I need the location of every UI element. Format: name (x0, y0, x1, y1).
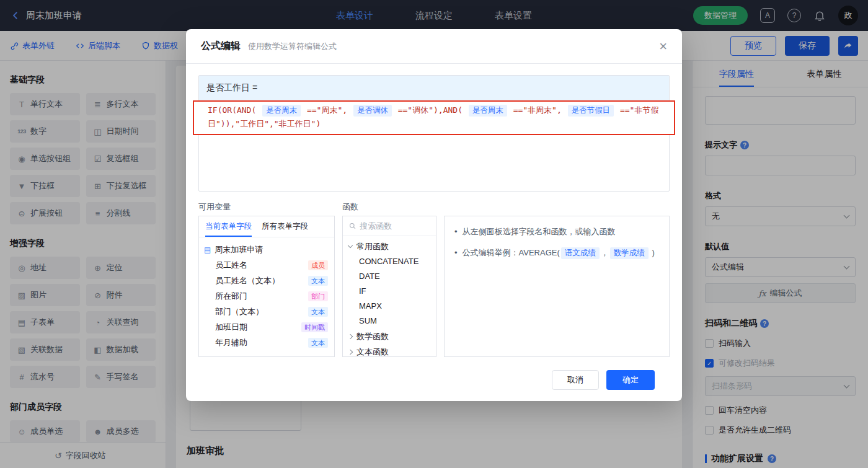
tip-text: 公式编辑举例：AVERAGE(语文成绩，数学成绩 ) (463, 246, 655, 259)
dialog-panels: 可用变量 当前表单字段 所有表单字段 ▤ 周末加班申请 员工姓名成员员工姓名（文… (198, 201, 670, 357)
example-field-pill: 语文成绩 (561, 247, 600, 259)
variable-field-row[interactable]: 员工姓名成员 (204, 257, 329, 273)
function-group[interactable]: 数学函数 (343, 329, 436, 344)
variable-field-row[interactable]: 员工姓名（文本）文本 (204, 273, 329, 288)
dialog-header: 公式编辑 使用数学运算符编辑公式 × (186, 29, 682, 64)
caret-right-icon (348, 333, 353, 338)
formula-content-area[interactable]: IF(OR(AND( 是否周末 =="周末", 是否调休 =="调休"),AND… (199, 100, 669, 191)
function-group-name: 常用函数 (356, 241, 389, 252)
caret-down-icon (348, 243, 353, 248)
variables-box: 当前表单字段 所有表单字段 ▤ 周末加班申请 员工姓名成员员工姓名（文本）文本所… (198, 216, 335, 357)
field-type-tag: 时间戳 (301, 322, 328, 332)
dialog-subtitle: 使用数学运算符编辑公式 (248, 41, 337, 52)
variable-field-row[interactable]: 年月辅助文本 (204, 335, 329, 350)
functions-box: 常用函数CONCATENATEDATEIFMAPXSUM数学函数文本函数 (342, 216, 436, 357)
formula-code: =="调休"),AND( (393, 105, 467, 115)
caret-right-icon (348, 349, 353, 354)
field-type-tag: 成员 (308, 260, 328, 270)
function-search-input[interactable] (360, 221, 430, 231)
field-type-tag: 文本 (308, 276, 328, 286)
function-group[interactable]: 文本函数 (343, 344, 436, 357)
functions-panel: 函数 常用函数CONCATENATEDATEIFMAPXSUM数学函数文本函数 (342, 201, 436, 357)
function-group[interactable]: 常用函数 (343, 239, 436, 254)
form-node[interactable]: ▤ 周末加班申请 (204, 242, 329, 257)
formula-field-pill[interactable]: 是否周末 (469, 105, 507, 117)
variable-field-name: 部门（文本） (215, 306, 264, 317)
variable-field-row[interactable]: 所在部门部门 (204, 288, 329, 304)
variable-field-name: 加班日期 (215, 322, 247, 333)
variables-list: ▤ 周末加班申请 员工姓名成员员工姓名（文本）文本所在部门部门部门（文本）文本加… (199, 237, 334, 355)
cancel-button[interactable]: 取消 (552, 370, 599, 390)
formula-expression[interactable]: IF(OR(AND( 是否周末 =="周末", 是否调休 =="调休"),AND… (193, 100, 675, 135)
example-field-pill: 数学成绩 (610, 247, 649, 259)
variable-field-row[interactable]: 加班日期时间戳 (204, 319, 329, 335)
form-node-name: 周末加班申请 (215, 244, 263, 255)
formula-field-pill[interactable]: 是否调休 (353, 105, 392, 117)
tab-all-form-fields[interactable]: 所有表单字段 (262, 216, 308, 237)
confirm-button[interactable]: 确定 (606, 370, 655, 390)
variable-field-name: 员工姓名 (215, 260, 247, 271)
field-type-tag: 文本 (308, 338, 328, 348)
tip-example-prefix: 公式编辑举例：AVERAGE( (463, 248, 560, 257)
function-search[interactable] (343, 216, 436, 236)
bullet-icon: • (454, 225, 458, 238)
tip-row: •公式编辑举例：AVERAGE(语文成绩，数学成绩 ) (454, 246, 659, 259)
form-doc-icon: ▤ (204, 245, 211, 254)
dialog-title: 公式编辑 (201, 40, 241, 53)
functions-label: 函数 (342, 201, 436, 211)
tab-current-form-fields[interactable]: 当前表单字段 (205, 216, 252, 237)
variables-label: 可用变量 (198, 201, 335, 211)
tips-label-spacer (444, 201, 670, 211)
tips-panel: •从左侧面板选择字段名和函数，或输入函数•公式编辑举例：AVERAGE(语文成绩… (444, 201, 670, 357)
function-item-sum[interactable]: SUM (343, 314, 436, 329)
search-icon (349, 222, 356, 230)
variable-field-name: 员工姓名（文本） (215, 275, 280, 286)
dialog-footer: 取消 确定 (198, 357, 670, 390)
field-type-tag: 部门 (308, 291, 328, 301)
formula-result-field: 是否工作日 = (199, 76, 669, 100)
app-window: 周末加班申请 表单设计 流程设定 表单设置 数据管理 A ? 政 表单外链 后端… (0, 0, 868, 468)
function-tree: 常用函数CONCATENATEDATEIFMAPXSUM数学函数文本函数 (343, 236, 436, 357)
tip-row: •从左侧面板选择字段名和函数，或输入函数 (454, 225, 659, 238)
field-type-tag: 文本 (308, 307, 328, 317)
variable-field-row[interactable]: 部门（文本）文本 (204, 304, 329, 319)
formula-editor-dialog: 公式编辑 使用数学运算符编辑公式 × 是否工作日 = IF(OR(AND( 是否… (186, 29, 682, 401)
tip-example-separator: ， (601, 248, 609, 257)
formula-code: IF(OR(AND( (208, 105, 261, 115)
formula-field-pill[interactable]: 是否节假日 (568, 105, 614, 117)
formula-code: =="非周末", (508, 105, 567, 115)
dialog-body: 是否工作日 = IF(OR(AND( 是否周末 =="周末", 是否调休 =="… (186, 64, 682, 390)
formula-editor: 是否工作日 = IF(OR(AND( 是否周末 =="周末", 是否调休 =="… (198, 75, 670, 192)
variables-panel: 可用变量 当前表单字段 所有表单字段 ▤ 周末加班申请 员工姓名成员员工姓名（文… (198, 201, 335, 357)
formula-field-pill[interactable]: 是否周末 (262, 105, 301, 117)
formula-code: =="周末", (302, 105, 352, 115)
function-item-mapx[interactable]: MAPX (343, 299, 436, 314)
variable-field-name: 年月辅助 (215, 337, 247, 348)
function-item-if[interactable]: IF (343, 284, 436, 299)
function-group-name: 数学函数 (356, 331, 389, 342)
variables-tabs: 当前表单字段 所有表单字段 (199, 216, 334, 237)
variable-field-rows: 员工姓名成员员工姓名（文本）文本所在部门部门部门（文本）文本加班日期时间戳年月辅… (204, 257, 329, 350)
function-group-name: 文本函数 (356, 347, 389, 358)
close-icon[interactable]: × (659, 40, 667, 53)
variable-field-name: 所在部门 (215, 291, 247, 302)
tip-example-suffix: ) (650, 248, 655, 257)
tip-text: 从左侧面板选择字段名和函数，或输入函数 (463, 225, 616, 238)
function-item-date[interactable]: DATE (343, 269, 436, 284)
tips-box: •从左侧面板选择字段名和函数，或输入函数•公式编辑举例：AVERAGE(语文成绩… (444, 216, 670, 357)
bullet-icon: • (454, 246, 458, 259)
function-item-concatenate[interactable]: CONCATENATE (343, 254, 436, 269)
